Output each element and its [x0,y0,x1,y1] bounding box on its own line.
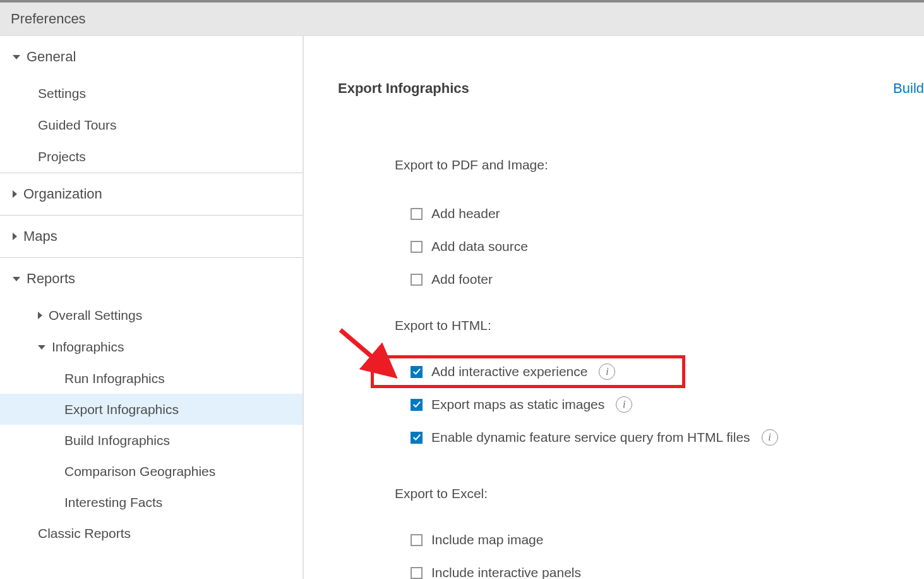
sidebar-item-infographics[interactable]: Infographics [0,331,303,363]
checkbox-icon[interactable] [411,534,423,546]
caret-down-icon [13,55,20,59]
sidebar-label: Reports [27,271,75,287]
option-label: Enable dynamic feature service query fro… [431,430,750,445]
sidebar-header-reports[interactable]: Reports [0,258,303,300]
caret-down-icon [13,277,20,281]
window-titlebar: Preferences [0,0,924,36]
checkbox-checked-icon[interactable] [411,432,423,444]
window-title: Preferences [11,11,86,27]
sidebar-item-interesting-facts[interactable]: Interesting Facts [0,487,303,518]
sidebar-item-label: Export Infographics [64,402,179,417]
checkbox-icon[interactable] [411,241,423,253]
sidebar-label: General [27,49,76,65]
group-label-html: Export to HTML: [395,318,924,333]
sidebar-section-general: General Settings Guided Tours Projects [0,36,303,173]
option-label: Include interactive panels [431,565,581,579]
sidebar-item-label: Infographics [52,339,124,355]
option-add-footer[interactable]: Add footer [411,267,924,291]
option-enable-dynamic-query[interactable]: Enable dynamic feature service query fro… [411,425,924,449]
sidebar-item-label: Run Infographics [64,371,165,386]
content-pane: Export Infographics Build Export to PDF … [304,36,924,579]
sidebar-header-maps[interactable]: Maps [0,216,303,257]
checkbox-checked-icon[interactable] [411,399,423,411]
sidebar-item-label: Classic Reports [38,526,131,541]
option-label: Add header [431,206,500,221]
sidebar-header-organization[interactable]: Organization [0,173,303,215]
checkbox-icon[interactable] [411,274,423,286]
option-add-interactive-experience[interactable]: Add interactive experience i [411,360,924,384]
option-label: Add interactive experience [431,364,587,379]
sidebar-item-projects[interactable]: Projects [0,141,303,173]
info-icon[interactable]: i [762,429,778,446]
option-label: Include map image [431,532,543,547]
sidebar-section-organization: Organization [0,173,303,216]
sidebar-label: Organization [23,186,102,202]
option-label: Add data source [431,239,528,254]
caret-down-icon [38,345,45,350]
sidebar-nav: General Settings Guided Tours Projects O… [0,36,304,579]
sidebar-item-run-infographics[interactable]: Run Infographics [0,363,303,394]
sidebar-item-label: Guided Tours [38,118,117,133]
sidebar-item-overall-settings[interactable]: Overall Settings [0,300,303,331]
option-add-data-source[interactable]: Add data source [411,235,924,259]
option-add-header[interactable]: Add header [411,202,924,226]
sidebar-item-label: Settings [38,86,86,101]
sidebar-item-label: Interesting Facts [64,495,162,510]
group-label-excel: Export to Excel: [395,486,924,501]
sidebar-section-maps: Maps [0,216,303,258]
sidebar-item-comparison-geographies[interactable]: Comparison Geographies [0,456,303,487]
sidebar-section-reports: Reports Overall Settings Infographics Ru… [0,258,303,549]
page-title: Export Infographics [338,80,469,97]
sidebar-label: Maps [23,228,57,245]
sidebar-item-export-infographics[interactable]: Export Infographics [0,394,303,425]
sidebar-header-general[interactable]: General [0,36,303,78]
option-export-maps-static[interactable]: Export maps as static images i [411,393,924,417]
option-include-interactive-panels[interactable]: Include interactive panels [411,561,924,579]
sidebar-item-label: Comparison Geographies [64,464,215,479]
caret-right-icon [38,312,42,319]
sidebar-item-classic-reports[interactable]: Classic Reports [0,518,303,549]
sidebar-item-label: Projects [38,149,86,164]
checkbox-icon[interactable] [411,567,423,579]
group-label-pdf: Export to PDF and Image: [395,157,924,173]
caret-right-icon [13,233,17,240]
sidebar-item-build-infographics[interactable]: Build Infographics [0,425,303,456]
option-label: Export maps as static images [431,397,604,412]
sidebar-item-label: Build Infographics [64,433,170,448]
build-link[interactable]: Build [893,80,924,97]
option-include-map-image[interactable]: Include map image [411,528,924,552]
checkbox-icon[interactable] [411,208,423,220]
info-icon[interactable]: i [616,396,632,413]
sidebar-item-settings[interactable]: Settings [0,78,303,109]
checkbox-checked-icon[interactable] [411,366,423,378]
sidebar-item-label: Overall Settings [49,308,142,323]
info-icon[interactable]: i [599,363,615,380]
sidebar-item-guided-tours[interactable]: Guided Tours [0,109,303,141]
option-label: Add footer [431,272,493,287]
caret-right-icon [13,190,17,198]
